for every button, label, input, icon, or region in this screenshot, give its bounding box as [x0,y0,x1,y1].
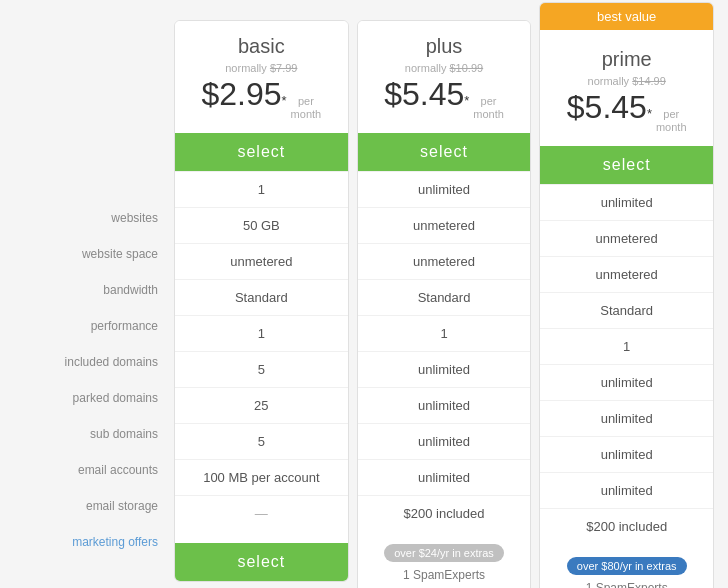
plus-bandwidth: unmetered [358,243,531,279]
label-marketing-offers: marketing offers [10,524,170,560]
basic-price: $2.95 [201,76,281,113]
plus-extras-badge: over $24/yr in extras [384,544,504,562]
plus-header: plus normally $10.99 $5.45* permonth [358,21,531,133]
prime-price-row: $5.45* permonth [550,89,703,134]
plus-sub-domains: unlimited [358,387,531,423]
basic-website-space: 50 GB [175,207,348,243]
prime-plan-name: prime [550,44,703,71]
basic-bandwidth: unmetered [175,243,348,279]
plus-marketing-offers: $200 included [358,495,531,531]
plus-parked-domains: unlimited [358,351,531,387]
prime-email-storage: unlimited [540,472,713,508]
basic-email-accounts: 5 [175,423,348,459]
basic-marketing-offers: — [175,495,348,531]
plus-website-space: unmetered [358,207,531,243]
plus-price: $5.45 [384,76,464,113]
label-bandwidth: bandwidth [10,272,170,308]
prime-performance: Standard [540,292,713,328]
label-parked-domains: parked domains [10,380,170,416]
pricing-table: websites website space bandwidth perform… [10,20,718,588]
prime-footer: over $80/yr in extras 1 SpamExperts 1 Do… [540,544,713,588]
plus-email-accounts: unlimited [358,423,531,459]
plus-included-domains: 1 [358,315,531,351]
basic-websites: 1 [175,171,348,207]
plus-plan-name: plus [368,35,521,58]
basic-footer: select [175,531,348,581]
basic-select-bottom[interactable]: select [175,543,348,581]
basic-period: permonth [291,95,322,121]
prime-asterisk: * [647,106,652,121]
basic-header: basic normally $7.99 $2.95* permonth [175,21,348,133]
prime-extras-badge: over $80/yr in extras [567,557,687,575]
plus-extras-item1: 1 SpamExperts [358,564,531,586]
basic-select-top[interactable]: select [175,133,348,171]
prime-included-domains: 1 [540,328,713,364]
plan-plus: plus normally $10.99 $5.45* permonth sel… [357,20,532,588]
prime-website-space: unmetered [540,220,713,256]
basic-sub-domains: 25 [175,387,348,423]
plus-select-top[interactable]: select [358,133,531,171]
prime-extras-item1: 1 SpamExperts [540,577,713,588]
prime-price: $5.45 [567,89,647,126]
basic-email-storage: 100 MB per account [175,459,348,495]
prime-parked-domains: unlimited [540,364,713,400]
basic-plan-name: basic [185,35,338,58]
basic-normally: normally $7.99 [185,62,338,74]
plus-performance: Standard [358,279,531,315]
basic-asterisk: * [282,93,287,108]
prime-best-value-badge: best value [540,3,713,30]
prime-normally: normally $14.99 [550,75,703,87]
plus-email-storage: unlimited [358,459,531,495]
plus-websites: unlimited [358,171,531,207]
prime-bandwidth: unmetered [540,256,713,292]
plus-price-row: $5.45* permonth [368,76,521,121]
prime-email-accounts: unlimited [540,436,713,472]
plus-asterisk: * [464,93,469,108]
label-sub-domains: sub domains [10,416,170,452]
prime-select-top[interactable]: select [540,146,713,184]
label-performance: performance [10,308,170,344]
basic-parked-domains: 5 [175,351,348,387]
plus-period: permonth [473,95,504,121]
basic-included-domains: 1 [175,315,348,351]
basic-price-row: $2.95* permonth [185,76,338,121]
prime-sub-domains: unlimited [540,400,713,436]
prime-period: permonth [656,108,687,134]
plus-normally: normally $10.99 [368,62,521,74]
plan-prime: best value prime normally $14.99 $5.45* … [539,2,714,588]
label-email-accounts: email accounts [10,452,170,488]
plus-footer: over $24/yr in extras 1 SpamExperts sele… [358,531,531,588]
label-included-domains: included domains [10,344,170,380]
label-website-space: website space [10,236,170,272]
features-column: websites website space bandwidth perform… [10,20,170,560]
basic-performance: Standard [175,279,348,315]
label-websites: websites [10,200,170,236]
label-email-storage: email storage [10,488,170,524]
plan-basic: basic normally $7.99 $2.95* permonth sel… [174,20,349,582]
prime-websites: unlimited [540,184,713,220]
prime-header: prime normally $14.99 $5.45* permonth [540,30,713,146]
prime-marketing-offers: $200 included [540,508,713,544]
